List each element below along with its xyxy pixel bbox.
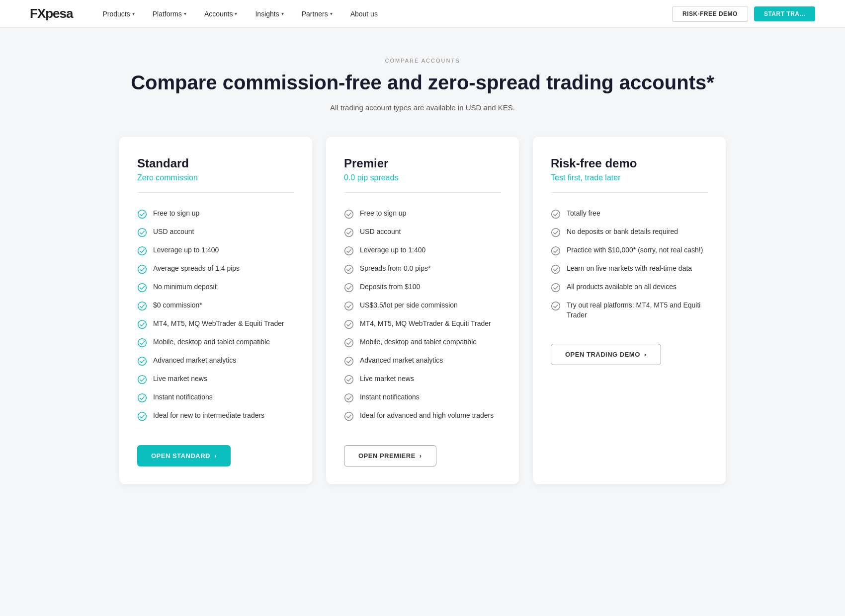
standard-feature-list: Free to sign up USD account Leverage up … — [137, 205, 294, 425]
list-item: Instant notifications — [344, 388, 501, 407]
svg-point-1 — [138, 229, 147, 237]
check-icon — [137, 283, 147, 293]
svg-point-15 — [345, 265, 353, 274]
check-icon — [137, 228, 147, 237]
list-item: Mobile, desktop and tablet compatible — [137, 333, 294, 352]
hero-section: COMPARE ACCOUNTS Compare commission-free… — [119, 58, 726, 112]
start-trading-button[interactable]: START TRA... — [754, 6, 815, 21]
open-standard-button[interactable]: OPEN STANDARD › — [137, 445, 231, 466]
nav-products[interactable]: Products ▾ — [103, 10, 135, 18]
svg-point-22 — [345, 394, 353, 402]
demo-card-title: Risk-free demo — [551, 156, 708, 170]
check-icon — [137, 301, 147, 311]
svg-point-26 — [552, 247, 560, 255]
navbar: FXpesa Products ▾ Platforms ▾ Accounts ▾… — [0, 0, 845, 28]
svg-point-2 — [138, 247, 147, 255]
list-item: Deposits from $100 — [344, 278, 501, 297]
svg-point-7 — [138, 339, 147, 347]
svg-point-14 — [345, 247, 353, 255]
check-icon — [344, 264, 354, 274]
svg-point-21 — [345, 376, 353, 384]
svg-point-25 — [552, 229, 560, 237]
list-item: Free to sign up — [137, 205, 294, 223]
nav-links: Products ▾ Platforms ▾ Accounts ▾ Insigh… — [103, 10, 672, 18]
arrow-right-icon: › — [420, 452, 422, 460]
premier-card-subtitle: 0.0 pip spreads — [344, 173, 501, 193]
svg-point-12 — [345, 210, 353, 219]
nav-about[interactable]: About us — [350, 10, 378, 18]
nav-actions: RISK-FREE DEMO START TRA... — [672, 6, 815, 22]
chevron-down-icon: ▾ — [281, 11, 284, 16]
check-icon — [344, 375, 354, 385]
svg-point-10 — [138, 394, 147, 402]
list-item: Ideal for new to intermediate traders — [137, 407, 294, 425]
check-icon — [344, 301, 354, 311]
main-content: COMPARE ACCOUNTS Compare commission-free… — [99, 28, 746, 524]
check-icon — [344, 228, 354, 237]
list-item: MT4, MT5, MQ WebTrader & Equiti Trader — [137, 315, 294, 333]
svg-point-16 — [345, 284, 353, 292]
svg-point-28 — [552, 284, 560, 292]
arrow-right-icon: › — [644, 351, 647, 358]
svg-point-0 — [138, 210, 147, 219]
check-icon — [344, 319, 354, 329]
check-icon — [137, 393, 147, 403]
list-item: Free to sign up — [344, 205, 501, 223]
hero-subtitle: All trading account types are available … — [119, 103, 726, 112]
list-item: Spreads from 0.0 pips* — [344, 260, 501, 278]
svg-point-23 — [345, 412, 353, 421]
check-icon — [137, 338, 147, 348]
list-item: Instant notifications — [137, 388, 294, 407]
svg-point-29 — [552, 302, 560, 310]
nav-platforms[interactable]: Platforms ▾ — [153, 10, 186, 18]
check-icon — [551, 209, 561, 219]
nav-insights[interactable]: Insights ▾ — [255, 10, 283, 18]
standard-card-subtitle: Zero commission — [137, 173, 294, 193]
nav-partners[interactable]: Partners ▾ — [302, 10, 333, 18]
svg-point-19 — [345, 339, 353, 347]
svg-point-3 — [138, 265, 147, 274]
open-trading-demo-button[interactable]: OPEN TRADING DEMO › — [551, 344, 661, 365]
check-icon — [137, 375, 147, 385]
check-icon — [137, 246, 147, 256]
svg-point-11 — [138, 412, 147, 421]
svg-point-17 — [345, 302, 353, 310]
svg-point-9 — [138, 376, 147, 384]
logo-fx: FX — [30, 6, 45, 21]
list-item: Ideal for advanced and high volume trade… — [344, 407, 501, 425]
standard-card-title: Standard — [137, 156, 294, 170]
list-item: USD account — [344, 223, 501, 241]
demo-card: Risk-free demo Test first, trade later T… — [533, 137, 726, 484]
check-icon — [344, 356, 354, 366]
list-item: US$3.5/lot per side commission — [344, 297, 501, 315]
list-item: Leverage up to 1:400 — [137, 241, 294, 260]
svg-point-18 — [345, 320, 353, 329]
svg-point-5 — [138, 302, 147, 310]
list-item: Mobile, desktop and tablet compatible — [344, 333, 501, 352]
list-item: Leverage up to 1:400 — [344, 241, 501, 260]
check-icon — [551, 246, 561, 256]
list-item: Average spreads of 1.4 pips — [137, 260, 294, 278]
check-icon — [551, 264, 561, 274]
risk-free-demo-button[interactable]: RISK-FREE DEMO — [672, 6, 748, 22]
list-item: No deposits or bank details required — [551, 223, 708, 241]
premier-card-title: Premier — [344, 156, 501, 170]
check-icon — [551, 228, 561, 237]
list-item: All products available on all devices — [551, 278, 708, 297]
svg-point-13 — [345, 229, 353, 237]
list-item: MT4, MT5, MQ WebTrader & Equiti Trader — [344, 315, 501, 333]
chevron-down-icon: ▾ — [330, 11, 333, 16]
list-item: Live market news — [137, 370, 294, 388]
premier-feature-list: Free to sign up USD account Leverage up … — [344, 205, 501, 425]
svg-point-4 — [138, 284, 147, 292]
check-icon — [137, 411, 147, 421]
open-premiere-button[interactable]: OPEN PREMIERE › — [344, 445, 436, 466]
logo-pesa: pesa — [45, 6, 73, 21]
arrow-right-icon: › — [214, 452, 217, 460]
hero-title: Compare commission-free and zero-spread … — [119, 71, 726, 94]
logo[interactable]: FXpesa — [30, 6, 73, 21]
standard-card: Standard Zero commission Free to sign up… — [119, 137, 312, 484]
check-icon — [137, 209, 147, 219]
nav-accounts[interactable]: Accounts ▾ — [204, 10, 238, 18]
check-icon — [344, 338, 354, 348]
